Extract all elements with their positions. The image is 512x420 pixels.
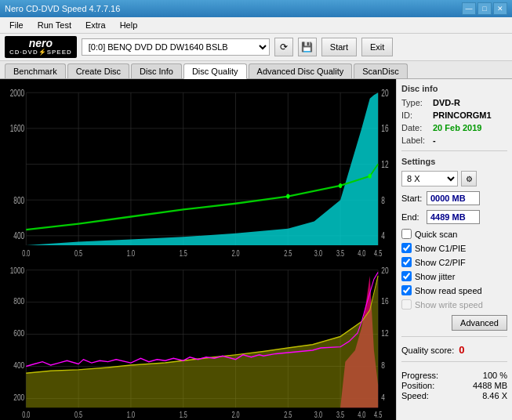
svg-text:2000: 2000 [10, 88, 25, 98]
tab-benchmark[interactable]: Benchmark [5, 63, 66, 78]
tab-disc-info[interactable]: Disc Info [131, 63, 182, 78]
disc-date-row: Date: 20 Feb 2019 [401, 123, 507, 132]
speed-progress-value: 8.46 X [482, 391, 507, 400]
svg-text:3.5: 3.5 [336, 411, 344, 420]
toolbar: nero CD·DVD⚡SPEED [0:0] BENQ DVD DD DW16… [0, 34, 512, 61]
quality-score-label: Quality score: [401, 346, 454, 355]
svg-text:200: 200 [13, 393, 24, 403]
quality-score-row: Quality score: 0 [401, 344, 507, 356]
speed-progress-label: Speed: [401, 391, 429, 400]
refresh-icon-button[interactable]: ⟳ [274, 38, 293, 56]
svg-text:12: 12 [381, 329, 389, 339]
save-icon-button[interactable]: 💾 [298, 38, 317, 56]
svg-text:4.5: 4.5 [374, 411, 382, 420]
svg-text:2.0: 2.0 [231, 411, 239, 420]
quality-score-value: 0 [459, 344, 464, 356]
right-panel: Disc info Type: DVD-R ID: PRINCORGM1 Dat… [396, 79, 512, 420]
svg-text:16: 16 [381, 124, 388, 134]
show-write-speed-label: Show write speed [415, 300, 483, 310]
start-mb-label: Start: [401, 194, 423, 203]
progress-row: Progress: 100 % [401, 371, 507, 380]
svg-text:3.0: 3.0 [314, 411, 322, 420]
show-jitter-row: Show jitter [401, 271, 507, 281]
svg-text:1000: 1000 [10, 266, 25, 276]
disc-label-key: Label: [401, 136, 430, 145]
show-read-speed-checkbox[interactable] [401, 285, 412, 295]
svg-text:0.0: 0.0 [22, 249, 30, 258]
quick-scan-label: Quick scan [415, 230, 457, 239]
svg-text:20: 20 [381, 266, 389, 276]
show-c1pie-label: Show C1/PIE [415, 244, 466, 253]
svg-text:400: 400 [13, 231, 24, 241]
position-label: Position: [401, 381, 434, 390]
show-jitter-label: Show jitter [415, 272, 455, 281]
show-c1pie-checkbox[interactable] [401, 243, 412, 253]
disc-type-val: DVD-R [433, 98, 460, 107]
disc-id-key: ID: [401, 110, 430, 120]
show-c2pif-row: Show C2/PIF [401, 257, 507, 267]
svg-point-15 [286, 194, 289, 199]
exit-button[interactable]: Exit [361, 38, 393, 56]
svg-text:8: 8 [381, 360, 385, 371]
progress-value: 100 % [483, 371, 507, 380]
advanced-button[interactable]: Advanced [452, 315, 507, 331]
logo-sub-text: CD·DVD⚡SPEED [9, 49, 72, 56]
svg-text:0.5: 0.5 [74, 249, 82, 258]
end-mb-input[interactable] [427, 210, 480, 224]
position-value: 4488 MB [473, 381, 507, 390]
svg-text:12: 12 [381, 160, 388, 170]
close-button[interactable]: ✕ [493, 2, 507, 15]
svg-text:1.0: 1.0 [127, 249, 135, 258]
svg-text:20: 20 [381, 88, 388, 98]
main-content: 2000 1600 800 400 20 16 12 8 4 0.0 0.5 1… [0, 79, 512, 420]
menu-run-test[interactable]: Run Test [31, 19, 78, 31]
tab-advanced-disc-quality[interactable]: Advanced Disc Quality [249, 63, 353, 78]
menu-file[interactable]: File [3, 19, 30, 31]
quick-scan-checkbox[interactable] [401, 229, 412, 239]
svg-text:4.0: 4.0 [358, 249, 365, 258]
svg-text:2.5: 2.5 [284, 249, 292, 258]
menu-extra[interactable]: Extra [79, 19, 112, 31]
end-mb-row: End: [401, 210, 507, 224]
speed-select[interactable]: 8 X 1 X 2 X 4 X 12 X 16 X [401, 171, 458, 186]
app-logo: nero CD·DVD⚡SPEED [5, 36, 77, 58]
disc-type-key: Type: [401, 98, 430, 107]
settings-icon-button[interactable]: ⚙ [461, 171, 477, 186]
titlebar: Nero CD-DVD Speed 4.7.7.16 — □ ✕ [0, 0, 512, 17]
svg-point-17 [369, 174, 372, 179]
svg-text:1.5: 1.5 [180, 411, 187, 420]
show-read-speed-label: Show read speed [415, 286, 482, 295]
svg-text:0.5: 0.5 [74, 411, 82, 420]
drive-select[interactable]: [0:0] BENQ DVD DD DW1640 BSLB [82, 38, 270, 56]
maximize-button[interactable]: □ [478, 2, 492, 15]
start-button[interactable]: Start [321, 38, 357, 56]
svg-text:0.0: 0.0 [22, 411, 30, 420]
svg-text:2.0: 2.0 [231, 249, 239, 258]
start-mb-input[interactable] [427, 191, 480, 205]
svg-text:4.5: 4.5 [374, 249, 382, 258]
chart-bottom-svg: 1000 800 600 400 200 20 16 12 8 4 0.0 0.… [2, 259, 394, 419]
svg-text:8: 8 [381, 195, 385, 205]
chart-top: 2000 1600 800 400 20 16 12 8 4 0.0 0.5 1… [2, 81, 394, 257]
start-mb-row: Start: [401, 191, 507, 205]
show-c2pif-label: Show C2/PIF [415, 258, 466, 267]
show-c2pif-checkbox[interactable] [401, 257, 412, 267]
minimize-button[interactable]: — [462, 2, 476, 15]
tab-disc-quality[interactable]: Disc Quality [183, 63, 247, 79]
show-jitter-checkbox[interactable] [401, 271, 412, 281]
speed-row: 8 X 1 X 2 X 4 X 12 X 16 X ⚙ [401, 171, 507, 186]
tab-scan-disc[interactable]: ScanDisc [354, 63, 407, 78]
svg-text:4: 4 [381, 231, 385, 241]
disc-label-row: Label: - [401, 136, 507, 145]
svg-text:800: 800 [13, 195, 24, 205]
show-write-speed-row: Show write speed [401, 299, 507, 310]
svg-point-16 [339, 183, 342, 188]
menu-help[interactable]: Help [114, 19, 144, 31]
disc-date-val: 20 Feb 2019 [433, 123, 481, 132]
titlebar-controls: — □ ✕ [462, 2, 507, 15]
tab-create-disc[interactable]: Create Disc [67, 63, 129, 78]
progress-section: Progress: 100 % Position: 4488 MB Speed:… [401, 371, 507, 401]
show-write-speed-checkbox [401, 299, 412, 310]
divider-1 [401, 150, 507, 151]
disc-id-val: PRINCORGM1 [433, 110, 492, 120]
